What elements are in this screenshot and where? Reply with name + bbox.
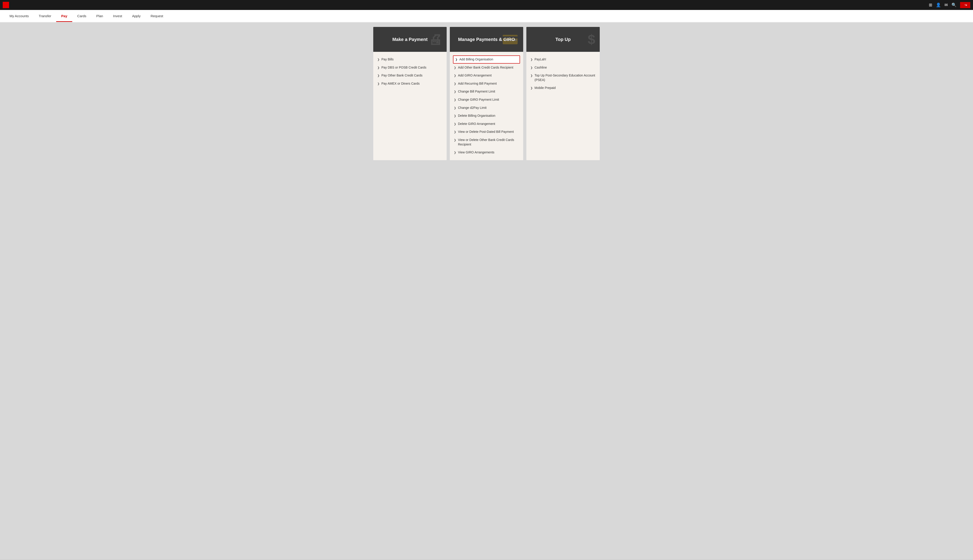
column-header-make-payment: Make a Payment🖨 bbox=[373, 27, 446, 52]
list-item-label: Change GIRO Payment Limit bbox=[458, 98, 499, 102]
list-item-label: Cashline bbox=[535, 65, 547, 70]
logout-icon: ↪ bbox=[965, 3, 967, 7]
list-item-label: Delete Billing Organisation bbox=[458, 113, 495, 118]
column-make-payment: Make a Payment🖨❯Pay Bills❯Pay DBS or POS… bbox=[373, 27, 446, 160]
chevron-icon: ❯ bbox=[377, 82, 380, 86]
list-item[interactable]: ❯Mobile Prepaid bbox=[530, 84, 597, 92]
list-item-label: Add Billing Organisation bbox=[459, 57, 493, 62]
list-item-label: Pay AMEX or Diners Cards bbox=[381, 82, 420, 86]
column-body-make-payment: ❯Pay Bills❯Pay DBS or POSB Credit Cards❯… bbox=[373, 52, 446, 91]
list-item-label: Pay DBS or POSB Credit Cards bbox=[381, 65, 426, 70]
column-title-top-up: Top Up bbox=[555, 37, 570, 42]
chevron-icon: ❯ bbox=[454, 90, 456, 94]
nav-item-transfer[interactable]: Transfer bbox=[34, 10, 56, 22]
chevron-icon: ❯ bbox=[454, 82, 456, 86]
top-bar-left bbox=[3, 2, 9, 8]
column-bg-icon-make-payment: 🖨 bbox=[428, 32, 442, 47]
list-item[interactable]: ❯Pay AMEX or Diners Cards bbox=[376, 80, 443, 88]
chevron-icon: ❯ bbox=[455, 58, 458, 62]
list-item-label: Top Up Post-Secondary Education Account … bbox=[535, 73, 596, 82]
close-button[interactable] bbox=[3, 2, 9, 8]
column-manage-payments: Manage Payments & GIRO💳❯Add Billing Orga… bbox=[450, 27, 523, 160]
list-item-label: Add GIRO Arrangement bbox=[458, 73, 492, 78]
chevron-icon: ❯ bbox=[377, 74, 380, 78]
list-item[interactable]: ❯Delete Billing Organisation bbox=[453, 112, 520, 120]
column-header-top-up: Top Up$ bbox=[527, 27, 600, 52]
columns-container: Make a Payment🖨❯Pay Bills❯Pay DBS or POS… bbox=[373, 27, 600, 160]
list-item[interactable]: ❯Top Up Post-Secondary Education Account… bbox=[530, 72, 597, 84]
chevron-icon: ❯ bbox=[530, 58, 533, 62]
network-icon[interactable]: ⊞ bbox=[929, 2, 932, 7]
logout-button[interactable]: ↪ bbox=[960, 2, 970, 8]
list-item-label: Add Other Bank Credit Cards Recipient bbox=[458, 65, 513, 70]
column-bg-icon-manage-payments: 💳 bbox=[502, 32, 519, 48]
list-item[interactable]: ❯View or Delete Other Bank Credit Cards … bbox=[453, 136, 520, 148]
list-item-label: View GIRO Arrangements bbox=[458, 150, 495, 155]
main-content: Make a Payment🖨❯Pay Bills❯Pay DBS or POS… bbox=[0, 22, 973, 559]
column-header-manage-payments: Manage Payments & GIRO💳 bbox=[450, 27, 523, 52]
chevron-icon: ❯ bbox=[377, 58, 380, 62]
column-body-manage-payments: ❯Add Billing Organisation❯Add Other Bank… bbox=[450, 52, 523, 160]
list-item-label: Mobile Prepaid bbox=[535, 86, 555, 90]
list-item[interactable]: ❯Change GIRO Payment Limit bbox=[453, 96, 520, 104]
list-item[interactable]: ❯PayLah! bbox=[530, 55, 597, 63]
column-body-top-up: ❯PayLah!❯Cashline❯Top Up Post-Secondary … bbox=[527, 52, 600, 96]
mail-icon[interactable]: ✉ bbox=[945, 2, 948, 7]
list-item[interactable]: ❯Change d2Pay Limit bbox=[453, 104, 520, 112]
list-item-label: Change Bill Payment Limit bbox=[458, 89, 495, 94]
list-item[interactable]: ❯Pay Other Bank Credit Cards bbox=[376, 72, 443, 80]
list-item-label: Pay Other Bank Credit Cards bbox=[381, 73, 422, 78]
list-item-label: View or Delete Other Bank Credit Cards R… bbox=[458, 138, 519, 147]
list-item[interactable]: ❯Pay DBS or POSB Credit Cards bbox=[376, 63, 443, 72]
list-item-label: Delete GIRO Arrangement bbox=[458, 122, 495, 126]
nav-item-apply[interactable]: Apply bbox=[127, 10, 145, 22]
list-item[interactable]: ❯View GIRO Arrangements bbox=[453, 148, 520, 157]
list-item-label: Add Recurring Bill Payment bbox=[458, 82, 497, 86]
chevron-icon: ❯ bbox=[454, 66, 456, 70]
nav-item-plan[interactable]: Plan bbox=[91, 10, 108, 22]
list-item-label: PayLah! bbox=[535, 57, 546, 62]
chevron-icon: ❯ bbox=[530, 86, 533, 90]
chevron-icon: ❯ bbox=[454, 138, 456, 142]
chevron-icon: ❯ bbox=[377, 66, 380, 70]
column-bg-icon-top-up: $ bbox=[588, 32, 595, 47]
list-item-label: Change d2Pay Limit bbox=[458, 106, 486, 110]
column-top-up: Top Up$❯PayLah!❯Cashline❯Top Up Post-Sec… bbox=[527, 27, 600, 160]
nav-item-request[interactable]: Request bbox=[145, 10, 168, 22]
list-item[interactable]: ❯View or Delete Post-Dated Bill Payment bbox=[453, 128, 520, 136]
chevron-icon: ❯ bbox=[454, 74, 456, 78]
main-navigation: My AccountsTransferPayCardsPlanInvestApp… bbox=[0, 10, 973, 22]
chevron-icon: ❯ bbox=[454, 151, 456, 155]
nav-item-invest[interactable]: Invest bbox=[108, 10, 127, 22]
chevron-icon: ❯ bbox=[454, 114, 456, 118]
search-icon[interactable]: 🔍 bbox=[951, 2, 956, 7]
list-item[interactable]: ❯Add GIRO Arrangement bbox=[453, 72, 520, 80]
list-item-label: Pay Bills bbox=[381, 57, 394, 62]
list-item[interactable]: ❯Add Billing Organisation bbox=[453, 55, 520, 63]
list-item[interactable]: ❯Delete GIRO Arrangement bbox=[453, 120, 520, 128]
chevron-icon: ❯ bbox=[530, 66, 533, 70]
user-icon[interactable]: 👤 bbox=[936, 2, 941, 7]
list-item[interactable]: ❯Pay Bills bbox=[376, 55, 443, 63]
chevron-icon: ❯ bbox=[530, 74, 533, 78]
nav-item-pay[interactable]: Pay bbox=[56, 10, 72, 22]
top-bar: ⊞ 👤 ✉ 🔍 ↪ bbox=[0, 0, 973, 10]
list-item-label: View or Delete Post-Dated Bill Payment bbox=[458, 130, 514, 134]
nav-item-cards[interactable]: Cards bbox=[72, 10, 91, 22]
top-bar-icons: ⊞ 👤 ✉ 🔍 ↪ bbox=[929, 2, 970, 8]
chevron-icon: ❯ bbox=[454, 106, 456, 110]
column-title-make-payment: Make a Payment bbox=[392, 37, 428, 42]
nav-item-my-accounts[interactable]: My Accounts bbox=[5, 10, 34, 22]
list-item[interactable]: ❯Change Bill Payment Limit bbox=[453, 88, 520, 96]
chevron-icon: ❯ bbox=[454, 130, 456, 134]
list-item[interactable]: ❯Add Recurring Bill Payment bbox=[453, 80, 520, 88]
chevron-icon: ❯ bbox=[454, 98, 456, 102]
chevron-icon: ❯ bbox=[454, 122, 456, 126]
list-item[interactable]: ❯Add Other Bank Credit Cards Recipient bbox=[453, 63, 520, 72]
list-item[interactable]: ❯Cashline bbox=[530, 63, 597, 72]
